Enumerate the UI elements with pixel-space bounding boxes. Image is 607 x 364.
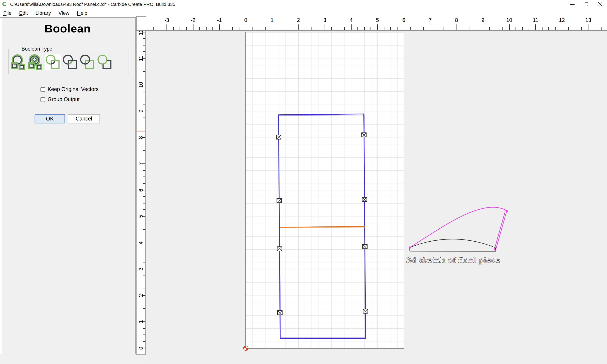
menu-view[interactable]: View [59,10,69,16]
ruler-tick [463,27,463,30]
ruler-tick [364,27,365,30]
ruler-tick [338,27,338,30]
ruler-tick [430,24,430,30]
boolean-union-keep-holes-icon [27,54,43,70]
menu-file[interactable]: File [3,10,12,16]
boolean-subtract-back-icon [79,54,95,70]
restore-button[interactable] [579,0,593,8]
ruler-tick [489,27,490,30]
boolean-difference-option[interactable] [96,54,113,70]
title-bar[interactable]: C C:\Users\willa\Downloads\493 Roof Pane… [0,0,607,8]
ruler-tick [278,27,279,30]
ruler-tick [147,27,147,30]
ruler-tick [186,27,187,30]
boolean-subtract-back-option[interactable] [79,54,95,70]
ruler-tick [143,289,145,289]
menu-help[interactable]: Help [77,10,87,16]
ruler-tick [239,27,239,30]
ruler-tick [143,144,145,144]
ruler-tick [153,27,154,30]
ok-button[interactable]: OK [35,114,65,123]
ruler-tick [436,27,437,30]
ruler-number: 3 [319,17,330,23]
ruler-tick [143,65,145,65]
ruler-tick [143,223,145,223]
ruler-number: 13 [583,17,594,23]
ruler-tick [143,150,145,151]
3d-sketch-drawing[interactable] [409,207,508,251]
ruler-tick [143,236,145,236]
ruler-tick [305,27,305,30]
ruler-tick [246,24,246,30]
ruler-number: 3 [138,265,144,273]
group-output-checkbox[interactable] [40,97,45,102]
ruler-number: 1 [267,17,277,23]
ruler-tick [265,27,266,30]
ruler-number: 0 [240,17,251,23]
horizontal-ruler: -3-2-1012345678910111213 [146,16,607,31]
ruler-tick [581,27,582,30]
boolean-union-keep-holes-option[interactable] [27,54,43,70]
ruler-tick [143,262,145,263]
ruler-tick [143,52,145,52]
ruler-tick [233,27,233,30]
sketch-node-right[interactable] [506,210,508,212]
ruler-number: 12 [138,31,144,36]
close-button[interactable] [593,0,607,8]
ruler-tick [470,27,470,30]
carbide-create-window: { "window": { "title": "C:\\Users\\willa… [0,0,607,364]
ruler-number: 12 [556,17,567,23]
boolean-type-label: Boolean Type [20,46,54,52]
group-output-label: Group Output [48,96,80,102]
boolean-subtract-front-option[interactable] [62,54,78,70]
ruler-tick [143,203,145,204]
ruler-tick [357,27,358,30]
ruler-tick [575,27,575,30]
ruler-tick [143,98,145,98]
stock-grid [246,32,404,348]
ruler-tick [351,24,351,30]
ruler-tick [226,27,226,30]
ruler-tick [160,27,160,30]
group-output-row: Group Output [40,96,80,102]
ruler-tick [259,27,259,30]
ruler-tick [173,27,173,30]
ruler-number: 6 [138,186,144,194]
boolean-union-option[interactable] [10,54,26,70]
ruler-tick [143,157,145,157]
keep-original-vectors-label: Keep Original Vectors [48,86,99,92]
ruler-tick [542,27,542,30]
menu-edit[interactable]: Edit [19,10,28,16]
ruler-number: 5 [372,17,383,23]
ruler-tick [292,27,292,30]
ruler-tick [143,170,145,170]
keep-original-vectors-checkbox[interactable] [40,87,45,92]
ruler-tick [167,24,167,30]
ruler-number: 2 [138,291,144,299]
ruler-tick [143,117,145,118]
boolean-type-group: Boolean Type [8,49,129,74]
boolean-intersect-option[interactable] [45,54,61,70]
origin-marker-icon[interactable] [243,346,248,350]
boolean-union-icon [10,54,26,70]
ruler-tick [529,27,529,30]
ruler-tick [285,27,286,30]
ruler-tick [143,302,145,302]
ruler-tick [298,24,299,30]
ruler-tick [143,328,145,328]
menu-library[interactable]: Library [35,10,51,16]
boolean-intersect-icon [45,54,61,70]
minimize-button[interactable] [565,0,579,8]
ruler-tick [423,27,424,30]
ruler-tick [143,78,145,78]
keep-original-vectors-row: Keep Original Vectors [40,86,99,92]
design-canvas[interactable]: 3d sketch of final piece [146,31,607,364]
ruler-tick [312,27,312,30]
ruler-tick [143,91,145,91]
sketch-node-left[interactable] [409,247,411,248]
ruler-tick [404,24,404,30]
ruler-tick [213,27,213,30]
ruler-tick [143,38,145,39]
cancel-button[interactable]: Cancel [68,114,100,123]
ruler-number: 8 [138,133,144,142]
